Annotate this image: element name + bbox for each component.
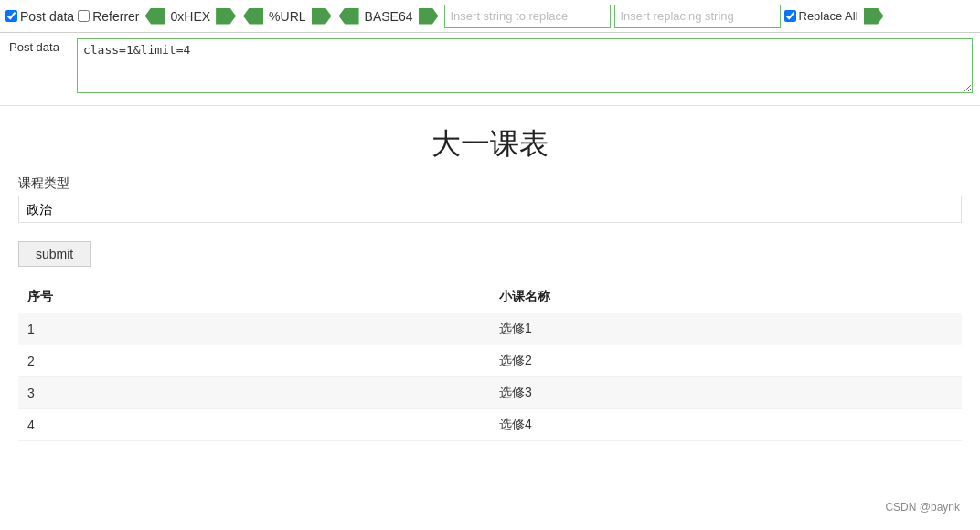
- arrow-right-icon: [864, 8, 884, 25]
- col-number-header: 序号: [18, 281, 490, 313]
- data-table: 序号 小课名称 1 选修1 2 选修2 3 选修3 4 选修4: [18, 281, 962, 441]
- replace-all-label-text: Replace All: [799, 9, 858, 23]
- table-header-row: 序号 小课名称: [18, 281, 962, 313]
- form-section: 课程类型 政治 专业课 公共课 选修: [18, 175, 962, 223]
- post-data-label[interactable]: Post data: [20, 9, 74, 24]
- post-data-content-area: class=1&limit=4: [69, 33, 980, 105]
- arrow-left-icon: [339, 8, 359, 25]
- hex-label: 0xHEX: [171, 9, 211, 24]
- cell-name: 选修2: [490, 345, 962, 377]
- referrer-label[interactable]: Referrer: [92, 9, 139, 24]
- post-data-checkbox-item: Post data: [5, 9, 74, 24]
- cell-number: 3: [18, 377, 490, 409]
- cell-number: 1: [18, 313, 490, 345]
- table-row: 1 选修1: [18, 313, 962, 345]
- url-label: %URL: [269, 9, 305, 24]
- arrow-right-icon: [312, 8, 332, 25]
- base64-left-arrow-btn[interactable]: [337, 6, 361, 26]
- cell-name: 选修4: [490, 409, 962, 441]
- hex-right-arrow-btn[interactable]: [214, 6, 238, 26]
- main-content: 大一课表 课程类型 政治 专业课 公共课 选修 submit 序号 小课名称 1…: [0, 106, 980, 460]
- page-title: 大一课表: [18, 124, 962, 164]
- hex-left-arrow-btn[interactable]: [144, 6, 167, 26]
- cell-name: 选修3: [490, 377, 962, 409]
- post-data-checkbox[interactable]: [5, 10, 17, 22]
- toolbar: Post data Referrer 0xHEX %URL BASE64 Rep…: [0, 0, 980, 33]
- course-type-select[interactable]: 政治 专业课 公共课 选修: [19, 196, 961, 222]
- url-left-arrow-btn[interactable]: [241, 6, 265, 26]
- arrow-right-icon: [419, 8, 439, 25]
- table-row: 2 选修2: [18, 345, 962, 377]
- cell-number: 2: [18, 345, 490, 377]
- table-row: 4 选修4: [18, 409, 962, 441]
- url-right-arrow-btn[interactable]: [310, 6, 334, 26]
- replace-all-checkbox[interactable]: [784, 10, 796, 22]
- submit-button[interactable]: submit: [18, 241, 91, 267]
- base64-right-arrow-btn[interactable]: [417, 6, 441, 26]
- table-body: 1 选修1 2 选修2 3 选修3 4 选修4: [18, 313, 962, 441]
- replace-all-item: Replace All: [784, 9, 858, 23]
- arrow-right-icon: [216, 8, 236, 25]
- post-data-section-label: Post data: [0, 33, 69, 105]
- post-data-textarea[interactable]: class=1&limit=4: [77, 38, 973, 93]
- cell-number: 4: [18, 409, 490, 441]
- referrer-checkbox[interactable]: [78, 10, 90, 22]
- select-wrapper: 政治 专业课 公共课 选修: [18, 196, 962, 223]
- replace-right-arrow-btn[interactable]: [862, 6, 886, 26]
- table-head: 序号 小课名称: [18, 281, 962, 313]
- referrer-checkbox-item: Referrer: [78, 9, 139, 24]
- col-name-header: 小课名称: [490, 281, 962, 313]
- table-row: 3 选修3: [18, 377, 962, 409]
- form-label: 课程类型: [18, 175, 962, 192]
- replace-input[interactable]: [614, 5, 781, 28]
- arrow-left-icon: [145, 8, 165, 25]
- post-data-section: Post data class=1&limit=4: [0, 33, 980, 106]
- search-input[interactable]: [444, 5, 611, 28]
- cell-name: 选修1: [490, 313, 962, 345]
- base64-label: BASE64: [365, 9, 413, 24]
- arrow-left-icon: [243, 8, 263, 25]
